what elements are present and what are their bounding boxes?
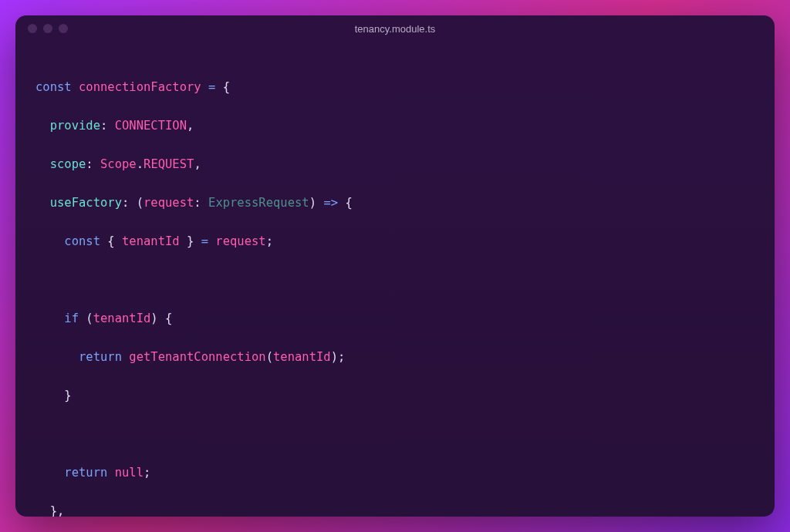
code-line — [35, 271, 755, 290]
code-line: } — [35, 386, 755, 406]
zoom-icon[interactable] — [59, 24, 68, 33]
editor-window: tenancy.module.ts const connectionFactor… — [15, 15, 775, 517]
code-line: const { tenantId } = request; — [35, 232, 755, 251]
code-line: const connectionFactory = { — [35, 78, 755, 97]
code-line: return null; — [35, 463, 755, 483]
window-title: tenancy.module.ts — [15, 23, 775, 35]
window-titlebar: tenancy.module.ts — [15, 15, 775, 42]
close-icon[interactable] — [28, 24, 37, 33]
code-line: return getTenantConnection(tenantId); — [35, 348, 755, 367]
code-line: scope: Scope.REQUEST, — [35, 155, 755, 174]
code-line: if (tenantId) { — [35, 309, 755, 328]
code-line: }, — [35, 502, 755, 517]
code-line — [35, 425, 755, 444]
window-controls — [28, 24, 68, 33]
code-line: provide: CONNECTION, — [35, 116, 755, 136]
background-gradient: tenancy.module.ts const connectionFactor… — [0, 0, 790, 532]
code-line: useFactory: (request: ExpressRequest) =>… — [35, 194, 755, 213]
minimize-icon[interactable] — [43, 24, 52, 33]
code-editor[interactable]: const connectionFactory = { provide: CON… — [15, 42, 775, 517]
